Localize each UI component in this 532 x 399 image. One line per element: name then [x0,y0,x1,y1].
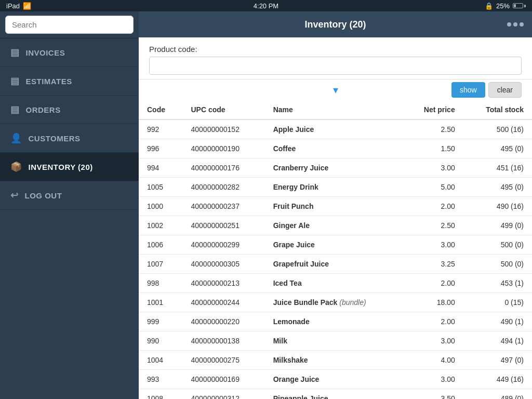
cell-code: 1001 [139,293,183,312]
cell-upc: 400000000152 [183,119,265,139]
customers-icon: 👤 [10,132,22,144]
product-code-label: Product code: [149,45,522,54]
cell-upc: 400000000220 [183,312,265,331]
wifi-icon: 📶 [23,2,31,10]
show-button[interactable]: show [451,82,485,98]
clear-button[interactable]: clear [488,82,522,98]
cell-net-price: 3.00 [403,331,463,351]
cell-code: 1005 [139,178,183,197]
header-menu-dots[interactable] [507,22,524,26]
menu-dot-2 [513,22,517,26]
cell-name: Milkshake [265,351,403,370]
col-net-price: Net price [403,100,463,119]
table-row[interactable]: 990 400000000138 Milk 3.00 494 (1) [139,331,532,351]
battery-icon [513,3,526,8]
table-row[interactable]: 1008 400000000312 Pineapple Juice 3.50 4… [139,389,532,400]
menu-dot-3 [520,22,524,26]
col-code: Code [139,100,183,119]
cell-net-price: 2.50 [403,216,463,235]
table-row[interactable]: 1007 400000000305 Grapefruit Juice 3.25 … [139,255,532,274]
table-row[interactable]: 1002 400000000251 Ginger Ale 2.50 499 (0… [139,216,532,235]
cell-upc: 400000000282 [183,178,265,197]
search-input[interactable] [5,16,134,34]
inventory-table: Code UPC code Name Net price Total stock… [139,100,532,399]
table-row[interactable]: 992 400000000152 Apple Juice 2.50 500 (1… [139,119,532,139]
cell-name: Cranberry Juice [265,158,403,178]
table-row[interactable]: 1005 400000000282 Energy Drink 5.00 495 … [139,178,532,197]
cell-total-stock: 497 (0) [463,351,532,370]
cell-total-stock: 495 (0) [463,178,532,197]
table-row[interactable]: 1000 400000000237 Fruit Punch 2.00 490 (… [139,197,532,216]
cell-name: Orange Juice [265,370,403,389]
cell-net-price: 2.00 [403,312,463,331]
cell-name: Iced Tea [265,274,403,293]
logout-icon: ↩ [10,190,19,201]
cell-code: 994 [139,158,183,178]
sidebar-item-estimates[interactable]: ▤ ESTIMATES [0,67,139,96]
app-container: ▤ INVOICES ▤ ESTIMATES ▤ ORDERS 👤 CUSTOM… [0,11,532,399]
cell-name: Coffee [265,139,403,158]
sidebar: ▤ INVOICES ▤ ESTIMATES ▤ ORDERS 👤 CUSTOM… [0,11,139,399]
cell-total-stock: 500 (0) [463,255,532,274]
cell-name: Pineapple Juice [265,389,403,400]
cell-net-price: 3.00 [403,370,463,389]
cell-name: Ginger Ale [265,216,403,235]
table-row[interactable]: 994 400000000176 Cranberry Juice 3.00 45… [139,158,532,178]
sidebar-item-inventory[interactable]: 📦 INVENTORY (20) [0,153,139,181]
bundle-tag: (bundle) [339,298,366,307]
cell-upc: 400000000299 [183,235,265,255]
cell-net-price: 5.00 [403,178,463,197]
cell-code: 993 [139,370,183,389]
table-row[interactable]: 1004 400000000275 Milkshake 4.00 497 (0) [139,351,532,370]
product-code-input[interactable] [149,57,522,75]
sidebar-item-label-customers: CUSTOMERS [29,134,81,143]
main-content: Inventory (20) Product code: ▾ show clea… [139,11,532,399]
cell-upc: 400000000138 [183,331,265,351]
sidebar-item-orders[interactable]: ▤ ORDERS [0,96,139,124]
sidebar-item-label-orders: ORDERS [26,105,61,114]
cell-net-price: 2.50 [403,119,463,139]
table-row[interactable]: 999 400000000220 Lemonade 2.00 490 (1) [139,312,532,331]
header-title: Inventory (20) [304,19,366,30]
chevron-down-icon[interactable]: ▾ [333,84,338,96]
sidebar-item-invoices[interactable]: ▤ INVOICES [0,38,139,67]
inventory-table-container[interactable]: Code UPC code Name Net price Total stock… [139,100,532,399]
col-upc: UPC code [183,100,265,119]
cell-upc: 400000000251 [183,216,265,235]
table-row[interactable]: 998 400000000213 Iced Tea 2.00 453 (1) [139,274,532,293]
cell-code: 990 [139,331,183,351]
cell-upc: 400000000169 [183,370,265,389]
orders-icon: ▤ [10,104,20,115]
sidebar-item-logout[interactable]: ↩ LOG OUT [0,181,139,210]
header: Inventory (20) [139,11,532,37]
cell-upc: 400000000237 [183,197,265,216]
cell-net-price: 3.00 [403,158,463,178]
estimates-icon: ▤ [10,75,20,87]
cell-name: Fruit Punch [265,197,403,216]
cell-upc: 400000000176 [183,158,265,178]
cell-net-price: 3.00 [403,235,463,255]
status-time: 4:20 PM [254,2,278,10]
cell-code: 1008 [139,389,183,400]
status-left: iPad 📶 [6,2,31,10]
cell-code: 1007 [139,255,183,274]
table-row[interactable]: 1006 400000000299 Grape Juice 3.00 500 (… [139,235,532,255]
cell-code: 999 [139,312,183,331]
sidebar-item-customers[interactable]: 👤 CUSTOMERS [0,124,139,153]
cell-total-stock: 490 (1) [463,312,532,331]
invoices-icon: ▤ [10,47,20,58]
cell-net-price: 2.00 [403,197,463,216]
inventory-icon: 📦 [10,161,22,172]
cell-code: 992 [139,119,183,139]
table-row[interactable]: 993 400000000169 Orange Juice 3.00 449 (… [139,370,532,389]
cell-total-stock: 490 (16) [463,197,532,216]
sidebar-item-label-logout: LOG OUT [25,191,62,200]
cell-net-price: 2.00 [403,274,463,293]
cell-code: 996 [139,139,183,158]
cell-code: 1002 [139,216,183,235]
col-total-stock: Total stock [463,100,532,119]
table-row[interactable]: 1001 400000000244 Juice Bundle Pack (bun… [139,293,532,312]
table-row[interactable]: 996 400000000190 Coffee 1.50 495 (0) [139,139,532,158]
cell-net-price: 1.50 [403,139,463,158]
cell-total-stock: 489 (0) [463,389,532,400]
